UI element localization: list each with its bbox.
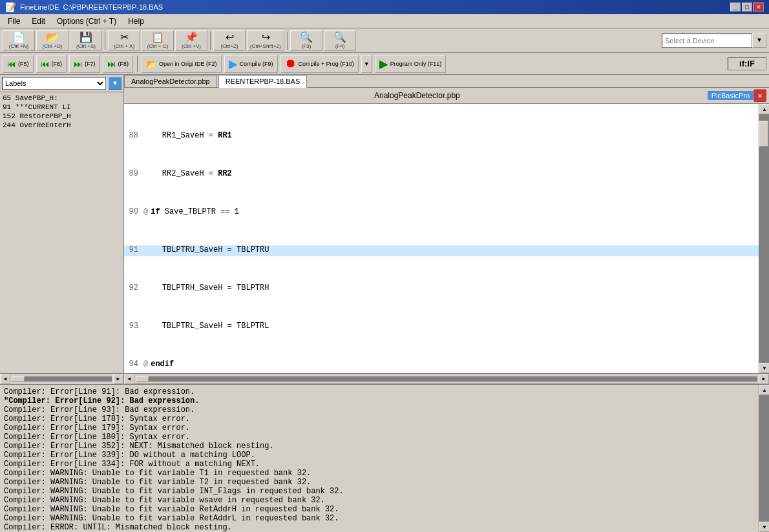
toolbar2: ⏮ (F5) ⏮ (F6) ⏭ (F7) ⏭ (F8) 📂 Open in Or… xyxy=(0,53,769,75)
output-vscroll-track xyxy=(759,395,769,522)
hscroll-left[interactable]: ◀ xyxy=(124,374,134,384)
at-prefix: @ xyxy=(143,360,151,369)
minimize-button[interactable]: _ xyxy=(730,3,741,12)
left-scroll-left[interactable]: ◀ xyxy=(0,374,10,384)
new-file-button[interactable]: 📄 (Ctrl +N) xyxy=(3,30,35,51)
code-text: endif xyxy=(151,360,759,369)
find-button[interactable]: 🔍 (F3) xyxy=(290,30,322,51)
hscroll-thumb[interactable] xyxy=(136,376,149,382)
nav-fwd-button2[interactable]: ⏭ (F8) xyxy=(103,55,134,73)
list-item[interactable]: 65 SavePBP_H: xyxy=(0,94,123,103)
paste-button[interactable]: 📌 (Ctrl +V) xyxy=(175,30,207,51)
right-panel: AnalogPeakDetector.pbp REENTERPBP-18.BAS… xyxy=(124,75,769,384)
code-hscrollbar: ◀ ▶ xyxy=(124,373,769,384)
find-next-button[interactable]: 🔍 (F4) xyxy=(324,30,356,51)
line-number: 93 xyxy=(124,322,143,331)
tab-reenter-pbp[interactable]: REENTERPBP-18.BAS xyxy=(218,75,308,88)
code-content[interactable]: 88 RR1_SaveH = RR1 89 RR2_SaveH = RR2 90… xyxy=(124,104,759,373)
left-scroll-track xyxy=(12,376,112,382)
left-scroll-thumb[interactable] xyxy=(12,376,25,382)
tab-analog-peak[interactable]: AnalogPeakDetector.pbp xyxy=(124,75,217,87)
toolbar1: 📄 (Ctrl +N) 📂 (Ctrl +O) 💾 (Ctrl +S) ✂ (C… xyxy=(0,28,769,53)
if-label: if:IF xyxy=(728,57,766,70)
open-orig-label: Open in Origi IDE (F2) xyxy=(159,61,217,67)
compile-icon: ▶ xyxy=(229,57,238,71)
redo-button[interactable]: ↪ (Ctrl+Shift+Z) xyxy=(247,30,284,51)
open-orig-icon: 📂 xyxy=(146,59,157,69)
code-lines: 88 RR1_SaveH = RR1 89 RR2_SaveH = RR2 90… xyxy=(124,104,759,373)
find-next-icon: 🔍 xyxy=(333,32,346,43)
file-header: AnalogPeakDetector.pbp PicBasicPro ✕ xyxy=(124,88,769,104)
compile-dropdown-arrow: ▼ xyxy=(364,61,370,67)
output-line: Compiler: WARNING: Unable to fit variabl… xyxy=(4,478,755,487)
output-vscroll-up[interactable]: ▲ xyxy=(759,385,769,395)
nav-back-button2[interactable]: ⏮ (F6) xyxy=(36,55,67,73)
vscroll-down[interactable]: ▼ xyxy=(759,363,769,373)
compile-prog-button[interactable]: ⏺ Compile + Prog (F10) xyxy=(280,55,359,73)
code-line-90: 90 @ if Save_TBLPTR == 1 xyxy=(124,207,759,218)
paste-label: (Ctrl +V) xyxy=(182,43,201,49)
program-only-label: Program Only (F11) xyxy=(390,61,442,67)
compile-prog-label: Compile + Prog (F10) xyxy=(299,61,354,67)
output-content: Compiler: Error[Line 91]: Bad expression… xyxy=(0,385,759,532)
compile-dropdown-button[interactable]: ▼ xyxy=(361,55,372,73)
toolbar2-sep1 xyxy=(137,56,138,72)
list-item[interactable]: 152 RestorePBP_H xyxy=(0,112,123,121)
title-bar-left: 📝 FineLineIDE C:\PBP\REENTERPBP-18.BAS xyxy=(5,2,163,12)
menu-edit[interactable]: Edit xyxy=(26,15,50,27)
list-item[interactable]: 91 ***CURRENT LI xyxy=(0,103,123,112)
menu-bar: File Edit Options (Ctrl + T) Help xyxy=(0,14,769,28)
copy-button[interactable]: 📋 (Ctrl + C) xyxy=(142,30,174,51)
close-file-button[interactable]: ✕ xyxy=(753,89,766,102)
cut-button[interactable]: ✂ (Ctrl + X) xyxy=(108,30,140,51)
compile-button[interactable]: ▶ Compile (F9) xyxy=(224,55,278,73)
code-line-91: 91 TBLPTRU_SaveH = TBLPTRU xyxy=(124,245,759,256)
output-line: Compiler: ERROR: UNTIL: Mismatched block… xyxy=(4,523,755,532)
nav-back-button1[interactable]: ⏮ (F5) xyxy=(3,55,34,73)
open-file-button[interactable]: 📂 (Ctrl +O) xyxy=(36,30,68,51)
undo-button[interactable]: ↩ (Ctrl+Z) xyxy=(213,30,246,51)
save-file-button[interactable]: 💾 (Ctrl +S) xyxy=(70,30,102,51)
maximize-button[interactable]: □ xyxy=(742,3,752,12)
vscroll-thumb[interactable] xyxy=(759,121,768,147)
output-vscrollbar: ▲ ▼ xyxy=(759,385,769,532)
labels-select[interactable]: Labels xyxy=(2,77,106,90)
menu-help[interactable]: Help xyxy=(123,15,149,27)
nav-fwd-icon2: ⏭ xyxy=(107,59,116,69)
hscroll-right[interactable]: ▶ xyxy=(759,374,769,384)
left-scroll-right[interactable]: ▶ xyxy=(113,374,123,384)
device-dropdown-button[interactable]: ▼ xyxy=(752,34,766,48)
open-file-icon: 📂 xyxy=(46,32,59,43)
left-panel: Labels ▼ 65 SavePBP_H: 91 ***CURRENT LI … xyxy=(0,75,124,384)
find-icon: 🔍 xyxy=(300,32,313,43)
vscroll-up[interactable]: ▲ xyxy=(759,104,769,114)
toolbar1-sep3 xyxy=(287,32,288,50)
cut-label: (Ctrl + X) xyxy=(114,43,134,49)
tab-bar: AnalogPeakDetector.pbp REENTERPBP-18.BAS xyxy=(124,75,769,88)
output-line: "Compiler: Error[Line 92]: Bad expressio… xyxy=(4,396,755,405)
hscroll-track xyxy=(136,376,757,382)
device-input[interactable]: Select a Device xyxy=(662,34,752,48)
output-line: Compiler: WARNING: Unable to fit variabl… xyxy=(4,496,755,505)
paste-icon: 📌 xyxy=(185,32,198,43)
code-line-89: 89 RR2_SaveH = RR2 xyxy=(124,169,759,180)
title-bar-controls: _ □ ✕ xyxy=(730,3,764,12)
at-prefix: @ xyxy=(143,207,151,216)
labels-filter-button[interactable]: ▼ xyxy=(109,77,121,90)
output-vscroll-down[interactable]: ▼ xyxy=(759,522,769,532)
output-line: Compiler: WARNING: Unable to fit variabl… xyxy=(4,505,755,514)
nav-fwd-label2: (F8) xyxy=(118,61,129,67)
nav-fwd-button1[interactable]: ⏭ (F7) xyxy=(69,55,100,73)
menu-file[interactable]: File xyxy=(3,15,25,27)
left-hscrollbar[interactable]: ◀ ▶ xyxy=(0,374,123,384)
cut-icon: ✂ xyxy=(120,32,129,43)
menu-options[interactable]: Options (Ctrl + T) xyxy=(52,15,121,27)
close-button[interactable]: ✕ xyxy=(753,3,764,12)
file-title: AnalogPeakDetector.pbp xyxy=(127,91,708,100)
open-file-label: (Ctrl +O) xyxy=(43,43,63,49)
list-item[interactable]: 244 OverReEnterH xyxy=(0,121,123,130)
nav-fwd-icon1: ⏭ xyxy=(74,59,83,69)
program-only-button[interactable]: ▶ Program Only (F11) xyxy=(375,55,447,73)
code-text: RR1_SaveH = RR1 xyxy=(143,131,759,140)
open-orig-ide-button[interactable]: 📂 Open in Origi IDE (F2) xyxy=(142,55,222,73)
